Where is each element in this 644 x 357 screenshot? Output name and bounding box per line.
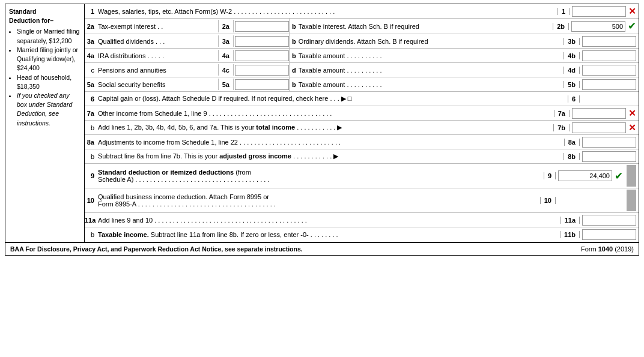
line-5-row: 5a Social security benefits 5a b Taxable…: [85, 77, 639, 92]
line-8a-row: 8a Adjustments to income from Schedule 1…: [85, 135, 639, 149]
line-4d-input[interactable]: [582, 65, 636, 76]
line-4c-label: c: [85, 67, 97, 74]
line-9-shaded: [627, 165, 636, 187]
line-4a-num: 4a: [85, 52, 97, 59]
line-10-box: 10: [540, 197, 556, 204]
line-6-num: 6: [85, 95, 97, 103]
line-3b-input[interactable]: [582, 36, 636, 47]
form-title: Form 1040 (2019): [581, 245, 634, 253]
line-3b-num-label: 3b: [564, 38, 580, 45]
line-9-check-icon: ✔: [615, 170, 623, 182]
line-8a-input[interactable]: [582, 137, 636, 148]
line-4c-text: Pensions and annuities: [97, 67, 216, 74]
line-5a-num: 5a: [85, 81, 97, 88]
line-2a-input[interactable]: [235, 21, 289, 32]
line-5b-text: Taxable amount . . . . . . . . . .: [299, 81, 564, 88]
line-2a-text: Tax-exempt interest . .: [97, 23, 216, 30]
line-3a-input[interactable]: [235, 36, 289, 47]
line-10-num: 10: [85, 197, 97, 204]
line-9-num: 9: [85, 172, 97, 179]
line-1-text: Wages, salaries, tips, etc. Attach Form(…: [97, 8, 557, 15]
line-10-text: Qualified business income deduction. Att…: [97, 193, 540, 208]
line-7a-text: Other income from Schedule 1, line 9 . .…: [97, 110, 554, 117]
line-2-row: 2a Tax-exempt interest . . 2a b Taxable …: [85, 19, 639, 34]
line-6-row: 6 Capital gain or (loss). Attach Schedul…: [85, 92, 639, 106]
line-8b-num-label: 8b: [564, 153, 580, 160]
line-5a-input[interactable]: [235, 79, 289, 90]
line-9-row: 9 Standard deduction or itemized deducti…: [85, 164, 639, 188]
line-6-text: Capital gain or (loss). Attach Schedule …: [97, 95, 568, 103]
footer-bar: BAA For Disclosure, Privacy Act, and Pap…: [5, 242, 639, 255]
sidebar-heading2: Deduction for–: [9, 16, 80, 25]
line-1-num: 1: [85, 8, 97, 15]
footer-disclosure-text: BAA For Disclosure, Privacy Act, and Pap…: [10, 245, 303, 253]
line-7a-num: 7a: [85, 110, 97, 117]
line-6-num-label: 6: [568, 95, 580, 103]
line-4a-text: IRA distributions . . . . .: [97, 52, 216, 59]
line-8a-num-label: 8a: [564, 139, 580, 146]
line-3a-num: 3a: [85, 38, 97, 45]
line-11a-num-label: 11a: [560, 217, 580, 224]
line-4d-text: Taxable amount . . . . . . . . . .: [299, 67, 564, 74]
line-7b-row: b Add lines 1, 2b, 3b, 4b, 4d, 5b, 6, an…: [85, 121, 639, 135]
sidebar-item-checked: If you checked any box under Standard De…: [17, 91, 80, 128]
line-7a-num-label: 7a: [554, 110, 570, 117]
line-4b-num-label: 4b: [564, 52, 580, 59]
line-1-row: 1 Wages, salaries, tips, etc. Attach For…: [85, 4, 639, 19]
standard-deduction-sidebar: Standard Deduction for– Single or Marrie…: [5, 4, 85, 242]
line-9-input[interactable]: [558, 170, 612, 181]
line-5b-input[interactable]: [582, 79, 636, 90]
line-5b-num-label: 5b: [564, 81, 580, 88]
line-5a-text: Social security benefits: [97, 81, 216, 88]
line-8b-row: b Subtract line 8a from line 7b. This is…: [85, 149, 639, 164]
line-4c-input[interactable]: [235, 65, 289, 76]
line-3b-text: Ordinary dividends. Attach Sch. B if req…: [299, 38, 564, 45]
line-4a-input[interactable]: [235, 50, 289, 61]
line-11b-row: b Taxable income. Subtract line 11a from…: [85, 227, 639, 242]
line-3a-text: Qualified dividends . . .: [97, 38, 216, 45]
sidebar-heading1: Standard: [9, 7, 80, 16]
line-11a-input[interactable]: [582, 215, 636, 226]
sidebar-item-married-jointly: Married filing jointly or Qualifying wid…: [17, 46, 80, 73]
line-4b-input[interactable]: [582, 50, 636, 61]
line-1-x-icon: ✕: [628, 6, 636, 17]
line-11b-num-label: 11b: [560, 231, 580, 238]
line-1-num-label: 1: [557, 8, 570, 15]
line-7b-num-label: 7b: [553, 124, 570, 131]
line-8a-num: 8a: [85, 139, 97, 146]
line-2a-num: 2a: [85, 23, 97, 30]
line-2b-check-icon: ✔: [628, 20, 636, 32]
line-7b-input[interactable]: [572, 122, 626, 133]
line-1-input[interactable]: [572, 6, 626, 17]
line-4ab-row: 4a IRA distributions . . . . . 4a b Taxa…: [85, 49, 639, 63]
line-11b-text: Taxable income. Subtract line 11a from l…: [97, 231, 560, 238]
line-4b-b-label: b: [292, 52, 299, 59]
form-lines-area: 1 Wages, salaries, tips, etc. Attach For…: [85, 4, 639, 242]
line-11a-row: 11a Add lines 9 and 10 . . . . . . . . .…: [85, 213, 639, 227]
line-3b-b-label: b: [292, 38, 299, 45]
line-11a-num: 11a: [85, 217, 97, 224]
line-3-row: 3a Qualified dividends . . . 3a b Ordina…: [85, 34, 639, 49]
line-10-shaded: [627, 190, 636, 211]
line-2b-text: Taxable interest. Attach Sch. B if requi…: [299, 23, 553, 30]
line-8b-label: b: [85, 153, 97, 160]
line-11b-input[interactable]: [582, 229, 636, 240]
line-2b-num-label: 2b: [553, 23, 569, 30]
line-9-box: 9: [544, 172, 556, 179]
line-4d-num-label: 4d: [564, 67, 580, 74]
line-4b-text: Taxable amount . . . . . . . . . .: [299, 52, 564, 59]
line-11a-text: Add lines 9 and 10 . . . . . . . . . . .…: [97, 217, 560, 224]
line-2b-input[interactable]: [571, 21, 625, 32]
line-9-text: Standard deduction or itemized deduction…: [97, 169, 544, 183]
line-7a-row: 7a Other income from Schedule 1, line 9 …: [85, 106, 639, 121]
line-7b-text: Add lines 1, 2b, 3b, 4b, 4d, 5b, 6, and …: [97, 124, 553, 131]
line-8b-text: Subtract line 8a from line 7b. This is y…: [97, 152, 564, 160]
sidebar-item-head: Head of household, $18,350: [17, 73, 80, 91]
line-5b-b-label: b: [292, 81, 299, 88]
line-11b-label: b: [85, 231, 97, 238]
line-10-row: 10 Qualified business income deduction. …: [85, 188, 639, 213]
sidebar-item-single: Single or Married filing separately, $12…: [17, 27, 80, 45]
line-7b-x-icon: ✕: [628, 122, 636, 133]
line-8b-input[interactable]: [582, 151, 636, 162]
line-7a-input[interactable]: [572, 108, 626, 119]
